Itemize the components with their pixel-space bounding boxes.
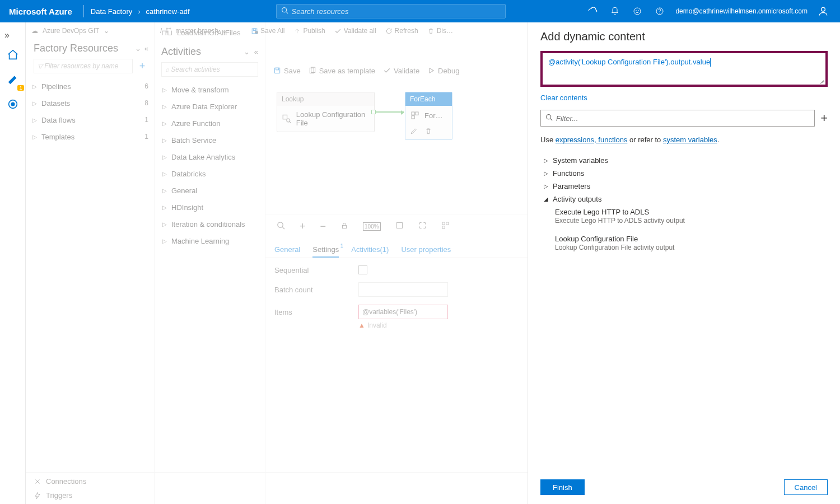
items-input[interactable]: [358, 305, 448, 319]
global-search-input[interactable]: [292, 7, 501, 16]
content-tree: ▷System variables ▷Functions ▷Parameters…: [540, 154, 828, 254]
rail-home[interactable]: [3, 45, 23, 65]
rail-monitor[interactable]: [3, 94, 23, 114]
finish-button[interactable]: Finish: [540, 479, 585, 495]
save-template-button[interactable]: Save as template: [309, 67, 375, 75]
activity-group[interactable]: ▷Azure Data Explorer: [157, 98, 263, 115]
cloud-shell-icon[interactable]: [581, 6, 604, 16]
help-icon[interactable]: [648, 7, 671, 16]
rail-author[interactable]: 1: [3, 69, 23, 90]
svg-rect-10: [274, 68, 279, 73]
branch-selector[interactable]: master branch: [175, 27, 218, 35]
validate-button[interactable]: Validate: [383, 67, 419, 75]
chevron-down-icon[interactable]: ⌄: [104, 27, 109, 35]
filter-resources-input[interactable]: ▽ Filter resources by name: [34, 59, 133, 73]
validate-all-button[interactable]: Validate all: [334, 27, 376, 35]
svg-point-9: [11, 102, 15, 106]
search-icon[interactable]: [277, 221, 285, 232]
fit-screen-icon[interactable]: [395, 221, 404, 232]
foreach-activity-node[interactable]: ForEach For…: [405, 92, 452, 140]
global-search[interactable]: [276, 4, 506, 18]
discard-button[interactable]: Dis…: [427, 27, 453, 35]
collapse-icon[interactable]: ⌄: [135, 44, 141, 53]
brand-label[interactable]: Microsoft Azure: [6, 7, 79, 16]
avatar-icon[interactable]: [812, 6, 834, 17]
lock-icon[interactable]: [340, 222, 348, 232]
filter-input[interactable]: [556, 114, 810, 123]
user-email[interactable]: demo@cathrinewilhelmsen.onmicrosoft.com: [671, 7, 812, 15]
activity-group[interactable]: ▷Data Lake Analytics: [157, 148, 263, 165]
section-system-variables[interactable]: ▷System variables: [540, 154, 828, 167]
filter-box[interactable]: [540, 110, 815, 127]
delete-icon[interactable]: [424, 127, 432, 137]
panel-footer: Finish Cancel: [528, 470, 840, 504]
items-invalid-message: ▲ Invalid: [358, 321, 519, 329]
tree-pipelines[interactable]: ▷Pipelines6: [29, 78, 148, 95]
tree-dataflows[interactable]: ▷Data flows1: [29, 111, 148, 128]
fullscreen-icon[interactable]: [418, 221, 427, 232]
tree-templates[interactable]: ▷Templates1: [29, 128, 148, 145]
debug-button[interactable]: Debug: [427, 67, 459, 75]
activity-group[interactable]: ▷Machine Learning: [157, 232, 263, 249]
pipeline-canvas-column: . Save Save as template Validate Debug L…: [265, 22, 528, 504]
connections-link[interactable]: Connections: [34, 477, 520, 486]
lookup-activity-node[interactable]: Lookup Lookup Configuration File: [277, 92, 375, 132]
feedback-icon[interactable]: [626, 7, 648, 16]
triggers-link[interactable]: Triggers: [34, 491, 520, 500]
tab-user-properties[interactable]: User properties: [401, 245, 451, 257]
activity-group[interactable]: ▷Databricks: [157, 165, 263, 182]
activity-group[interactable]: ▷Iteration & conditionals: [157, 216, 263, 232]
svg-rect-11: [276, 68, 279, 70]
collapse-icon[interactable]: ⌄: [244, 48, 250, 56]
zoom-out-icon[interactable]: −: [320, 221, 326, 232]
rail-expand-icon[interactable]: »: [4, 30, 10, 40]
activity-group[interactable]: ▷Move & transform: [157, 81, 263, 98]
save-all-button[interactable]: Save All: [251, 27, 284, 35]
publish-button[interactable]: Publish: [293, 27, 325, 35]
expression-editor[interactable]: @activity('Lookup Configuration File').o…: [540, 51, 828, 87]
breadcrumb-resource[interactable]: cathrinew-adf: [144, 6, 192, 17]
refresh-button[interactable]: Refresh: [385, 27, 418, 35]
branch-icon: [165, 27, 172, 35]
batch-count-input[interactable]: [358, 282, 448, 297]
cancel-button[interactable]: Cancel: [784, 479, 828, 495]
add-resource-button[interactable]: +: [136, 60, 148, 72]
repo-name[interactable]: Azure DevOps GIT: [43, 27, 99, 35]
section-parameters[interactable]: ▷Parameters: [540, 180, 828, 193]
layout-icon[interactable]: [441, 221, 450, 232]
activity-group[interactable]: ▷General: [157, 182, 263, 199]
save-button[interactable]: Save: [273, 67, 301, 75]
svg-point-32: [547, 115, 551, 119]
clear-contents-link[interactable]: Clear contents: [540, 94, 828, 102]
collapse-panel-icon[interactable]: «: [144, 44, 148, 53]
sequential-checkbox[interactable]: [358, 265, 367, 274]
section-activity-outputs[interactable]: ◢Activity outputs: [540, 193, 828, 206]
success-connector[interactable]: [376, 111, 404, 113]
add-button[interactable]: +: [820, 111, 828, 125]
chevron-down-icon[interactable]: ⌄: [222, 27, 227, 35]
activity-group[interactable]: ▷Azure Function: [157, 115, 263, 132]
pipeline-canvas[interactable]: Lookup Lookup Configuration File ForEach…: [265, 81, 528, 214]
tab-settings[interactable]: Settings1: [312, 245, 339, 257]
search-activities-input[interactable]: ⌕ Search activities: [161, 62, 258, 77]
tab-general[interactable]: General: [274, 245, 300, 257]
activity-output-item[interactable]: Execute Lego HTTP to ADLS Execute Lego H…: [540, 206, 828, 227]
system-variables-link[interactable]: system variables: [663, 136, 717, 144]
node-type-label: Lookup: [277, 92, 374, 106]
collapse-panel-icon[interactable]: «: [254, 48, 258, 56]
zoom-reset-icon[interactable]: 100%: [363, 222, 381, 231]
expressions-functions-link[interactable]: expressions, functions: [556, 136, 628, 144]
edit-icon[interactable]: [410, 127, 418, 137]
zoom-in-icon[interactable]: +: [300, 221, 306, 232]
activity-group[interactable]: ▷HDInsight: [157, 199, 263, 216]
resize-handle-icon[interactable]: [819, 78, 824, 83]
section-functions[interactable]: ▷Functions: [540, 167, 828, 180]
activity-group[interactable]: ▷Batch Service: [157, 132, 263, 148]
tab-activities[interactable]: Activities(1): [351, 245, 389, 257]
activity-output-item[interactable]: Lookup Configuration File Lookup Configu…: [540, 232, 828, 254]
panel-title: Add dynamic content: [540, 30, 828, 43]
notifications-icon[interactable]: [604, 7, 626, 16]
activity-groups: ▷Move & transform ▷Azure Data Explorer ▷…: [155, 81, 265, 249]
tree-datasets[interactable]: ▷Datasets8: [29, 95, 148, 111]
breadcrumb-service[interactable]: Data Factory: [88, 6, 134, 17]
